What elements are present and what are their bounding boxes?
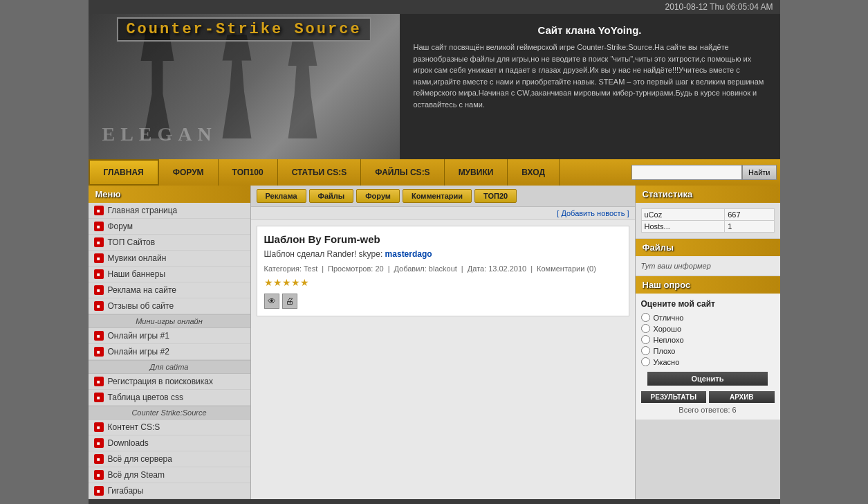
- sidebar-label-reviews: Отзывы об сайте: [108, 301, 174, 311]
- sidebar-item-online1[interactable]: ■ Онлайн игры #1: [89, 328, 250, 344]
- poll-option-2: Хорошо: [641, 324, 775, 333]
- sidebar-item-steam[interactable]: ■ Всё для Steam: [89, 467, 250, 483]
- nav-forum[interactable]: ФОРУМ: [159, 159, 219, 186]
- forum-icon: ■: [94, 222, 104, 231]
- sidebar-item-gigabars[interactable]: ■ Гигабары: [89, 483, 250, 499]
- poll-radio-4[interactable]: [641, 346, 650, 355]
- stats-row-hosts: Hosts... 1: [641, 221, 774, 233]
- article-box: Шаблон By Forum-web Шаблон сделал Rander…: [257, 226, 629, 316]
- nav-login[interactable]: ВХОД: [508, 159, 560, 186]
- article-subtitle-text: Шаблон сделал Rander! skype:: [264, 249, 385, 259]
- sidebar-label-content: Контент CS:S: [108, 422, 160, 432]
- colors-icon: ■: [94, 393, 104, 402]
- poll-total: Всего ответов: 6: [641, 406, 775, 414]
- sidebar-label-top: ТОП Сайтов: [108, 237, 156, 247]
- header: ELEGAN Counter-Strike Source Сайт клана …: [89, 14, 780, 159]
- sidebar-item-ads[interactable]: ■ Реклама на сайте: [89, 282, 250, 298]
- sidebar-item-reviews[interactable]: ■ Отзывы об сайте: [89, 298, 250, 314]
- poll-archive-button[interactable]: АРХИВ: [709, 391, 775, 403]
- sidebar-item-colors[interactable]: ■ Таблица цветов css: [89, 390, 250, 406]
- main-layout: Меню ■ Главная страница ■ Форум ■ ТОП Са…: [89, 186, 780, 499]
- action-icon-print[interactable]: 🖨: [282, 294, 297, 309]
- banners-icon: ■: [94, 269, 104, 279]
- meta-category: Категория: Test: [264, 264, 318, 273]
- poll-question: Оцените мой сайт: [641, 299, 775, 309]
- sidebar-item-registration[interactable]: ■ Регистрация в поисковиках: [89, 374, 250, 390]
- sidebar-section-css: Counter Strike:Source: [89, 406, 250, 420]
- sidebar-item-top[interactable]: ■ ТОП Сайтов: [89, 235, 250, 251]
- sidebar-label-forum: Форум: [108, 222, 133, 231]
- stats-ucoz-label: uCoz: [641, 209, 725, 221]
- tab-top20[interactable]: ТОП20: [474, 189, 517, 203]
- tab-comments[interactable]: Комментарии: [403, 189, 472, 203]
- poll-option-1: Отлично: [641, 313, 775, 322]
- right-sidebar: Статистика uCoz 667 Hosts... 1 Файлы Тут…: [635, 186, 780, 499]
- sidebar-item-forum[interactable]: ■ Форум: [89, 219, 250, 235]
- nav-movies[interactable]: МУВИКИ: [445, 159, 508, 186]
- article-actions: 👁 🖨: [264, 294, 622, 309]
- online2-icon: ■: [94, 347, 104, 357]
- sidebar-item-downloads[interactable]: ■ Downloads: [89, 435, 250, 451]
- add-news-bar: [ Добавить новость ]: [251, 207, 635, 220]
- header-text-area: Сайт клана YoYoing. Наш сайт посвящён ве…: [400, 14, 780, 159]
- poll-radio-5[interactable]: [641, 357, 650, 366]
- search-input[interactable]: [631, 165, 742, 180]
- nav-files[interactable]: ФАЙЛЫ CS:S: [361, 159, 444, 186]
- sidebar-title: Меню: [89, 186, 250, 203]
- poll-title: Наш опрос: [636, 276, 780, 294]
- sidebar-label-reg: Регистрация в поисковиках: [108, 377, 213, 386]
- site-description: Наш сайт посвящён великой геймерской игр…: [414, 42, 766, 110]
- navbar: ГЛАВНАЯ ФОРУМ ТОП100 СТАТЬИ CS:S ФАЙЛЫ C…: [89, 159, 780, 186]
- tab-files[interactable]: Файлы: [309, 189, 354, 203]
- nav-top100[interactable]: ТОП100: [219, 159, 278, 186]
- action-icon-eye[interactable]: 👁: [264, 294, 279, 309]
- stats-section: uCoz 667 Hosts... 1: [636, 203, 780, 239]
- ads-icon: ■: [94, 285, 104, 295]
- poll-radio-1[interactable]: [641, 313, 650, 322]
- sidebar-item-server[interactable]: ■ Всё для сервера: [89, 451, 250, 467]
- sidebar-label-movies: Мувики онлайн: [108, 253, 167, 263]
- poll-label-2: Хорошо: [654, 325, 682, 333]
- sidebar-label-home: Главная страница: [108, 206, 178, 215]
- sidebar-label-steam: Всё для Steam: [108, 470, 165, 480]
- search-bar: Найти: [631, 159, 779, 186]
- server-icon: ■: [94, 454, 104, 464]
- datetime-text: 2010-08-12 Thu 06:05:04 AM: [665, 2, 773, 12]
- sidebar-item-movies[interactable]: ■ Мувики онлайн: [89, 251, 250, 267]
- poll-results-button[interactable]: РЕЗУЛЬТАТЫ: [641, 391, 707, 403]
- poll-label-5: Ужасно: [654, 358, 680, 366]
- tab-forum[interactable]: Форум: [356, 189, 400, 203]
- sidebar-item-online2[interactable]: ■ Онлайн игры #2: [89, 344, 250, 360]
- stats-title: Статистика: [636, 186, 780, 203]
- poll-vote-button[interactable]: Оценить: [647, 372, 768, 386]
- article-title: Шаблон By Forum-web: [264, 233, 622, 245]
- home-icon: ■: [94, 206, 104, 215]
- main-content: Реклама Файлы Форум Комментарии ТОП20 [ …: [251, 186, 635, 499]
- elegant-text: ELEGAN: [102, 123, 217, 145]
- sidebar-item-home[interactable]: ■ Главная страница: [89, 203, 250, 219]
- add-news-link[interactable]: [ Добавить новость ]: [557, 209, 629, 217]
- sidebar-item-content[interactable]: ■ Контент CS:S: [89, 420, 250, 435]
- sidebar-item-banners[interactable]: ■ Наши баннеры: [89, 267, 250, 282]
- sidebar-label-gigabars: Гигабары: [108, 486, 144, 496]
- poll-radio-3[interactable]: [641, 335, 650, 344]
- poll-label-3: Неплохо: [654, 336, 684, 344]
- meta-comments: Комментарии (0): [537, 264, 596, 273]
- poll-option-4: Плохо: [641, 346, 775, 355]
- sidebar-section-forsite: Для сайта: [89, 360, 250, 374]
- tab-ads[interactable]: Реклама: [257, 189, 306, 203]
- sidebar-label-colors: Таблица цветов css: [108, 393, 184, 402]
- poll-option-3: Неплохо: [641, 335, 775, 344]
- article-subtitle-link[interactable]: masterdago: [385, 249, 432, 259]
- steam-icon: ■: [94, 470, 104, 480]
- header-image: ELEGAN Counter-Strike Source: [89, 14, 400, 159]
- poll-section: Оцените мой сайт Отлично Хорошо Неплохо …: [636, 294, 780, 420]
- site-logo: Counter-Strike Source: [116, 17, 371, 42]
- nav-main[interactable]: ГЛАВНАЯ: [89, 159, 159, 186]
- poll-radio-2[interactable]: [641, 324, 650, 333]
- poll-label-4: Плохо: [654, 347, 676, 355]
- search-button[interactable]: Найти: [742, 165, 776, 180]
- nav-articles[interactable]: СТАТЬИ CS:S: [278, 159, 362, 186]
- reviews-icon: ■: [94, 301, 104, 311]
- stats-hosts-value: 1: [725, 221, 774, 233]
